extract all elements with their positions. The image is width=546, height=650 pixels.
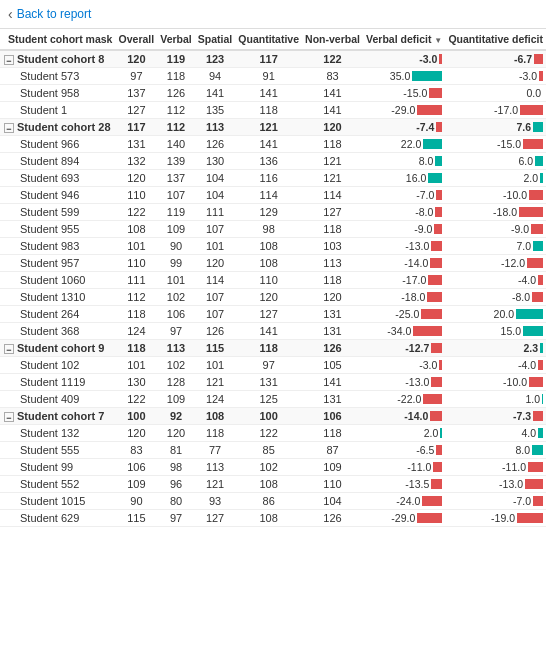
cell-verbal: 120 — [157, 425, 195, 442]
cell-quantitative-deficit: -4.0 — [445, 357, 546, 374]
cell-nonverbal: 105 — [302, 357, 363, 374]
cell-verbal-deficit: -13.0 — [363, 238, 445, 255]
cell-spatial: 126 — [195, 323, 235, 340]
cell-verbal-deficit: -22.0 — [363, 391, 445, 408]
col-header-vd: Verbal deficit ▼ — [363, 29, 445, 50]
cell-spatial: 130 — [195, 153, 235, 170]
cell-verbal: 97 — [157, 323, 195, 340]
col-header-overall: Overall — [116, 29, 158, 50]
cell-overall: 109 — [116, 476, 158, 493]
cell-overall: 137 — [116, 85, 158, 102]
cell-spatial: 120 — [195, 255, 235, 272]
student-row: Student 693120137104116121 16.0 2.0 — [0, 170, 546, 187]
cell-quantitative-deficit: -18.0 — [445, 204, 546, 221]
cell-spatial: 93 — [195, 493, 235, 510]
student-row: Student 98310190101108103 -13.0 7.0 — [0, 238, 546, 255]
cell-overall: 115 — [116, 510, 158, 527]
back-button[interactable]: ‹ Back to report — [8, 6, 91, 22]
cell-name: Student 599 — [0, 204, 116, 221]
cell-nonverbal: 127 — [302, 204, 363, 221]
cell-name: Student 958 — [0, 85, 116, 102]
cell-quantitative: 110 — [235, 272, 302, 289]
cell-overall: 124 — [116, 323, 158, 340]
col-header-qd: Quantitative deficit — [445, 29, 546, 50]
cell-quantitative: 91 — [235, 68, 302, 85]
cell-overall: 111 — [116, 272, 158, 289]
cell-verbal-deficit: 22.0 — [363, 136, 445, 153]
cell-verbal-deficit: -3.0 — [363, 357, 445, 374]
cell-quantitative: 116 — [235, 170, 302, 187]
student-row: Student 958137126141141141 -15.0 0.0 — [0, 85, 546, 102]
cell-spatial: 108 — [195, 408, 235, 425]
cell-nonverbal: 109 — [302, 459, 363, 476]
student-row: Student 1060111101114110118 -17.0 -4.0 — [0, 272, 546, 289]
cell-quantitative: 120 — [235, 289, 302, 306]
cell-name: Student 552 — [0, 476, 116, 493]
cell-quantitative-deficit: 7.6 — [445, 119, 546, 136]
cell-verbal: 107 — [157, 187, 195, 204]
cell-quantitative-deficit: -17.0 — [445, 102, 546, 119]
cell-verbal-deficit: -25.0 — [363, 306, 445, 323]
cohort-expand-icon[interactable]: − — [4, 344, 14, 354]
cell-verbal-deficit: -9.0 — [363, 221, 445, 238]
cell-spatial: 107 — [195, 289, 235, 306]
cell-nonverbal: 126 — [302, 510, 363, 527]
cell-quantitative-deficit: -6.7 — [445, 50, 546, 68]
col-header-mask: Student cohort mask — [0, 29, 116, 50]
cell-nonverbal: 141 — [302, 374, 363, 391]
cell-nonverbal: 121 — [302, 170, 363, 187]
cell-quantitative: 121 — [235, 119, 302, 136]
cell-spatial: 77 — [195, 442, 235, 459]
cell-spatial: 113 — [195, 459, 235, 476]
cell-quantitative-deficit: -19.0 — [445, 510, 546, 527]
back-label: Back to report — [17, 7, 92, 21]
table-container: Student cohort mask Overall Verbal Spati… — [0, 29, 546, 527]
cell-verbal-deficit: -13.0 — [363, 374, 445, 391]
cell-nonverbal: 118 — [302, 221, 363, 238]
cell-verbal-deficit: -17.0 — [363, 272, 445, 289]
cell-quantitative-deficit: -11.0 — [445, 459, 546, 476]
student-row: Student 1310112102107120120 -18.0 -8.0 — [0, 289, 546, 306]
cell-verbal: 98 — [157, 459, 195, 476]
cell-verbal-deficit: -7.4 — [363, 119, 445, 136]
cell-verbal-deficit: -29.0 — [363, 510, 445, 527]
cell-overall: 122 — [116, 391, 158, 408]
cohort-expand-icon[interactable]: − — [4, 55, 14, 65]
cell-overall: 120 — [116, 170, 158, 187]
cell-verbal: 101 — [157, 272, 195, 289]
cell-quantitative: 108 — [235, 255, 302, 272]
col-header-spatial: Spatial — [195, 29, 235, 50]
student-row: Student 101590809386104 -24.0 -7.0 — [0, 493, 546, 510]
cell-verbal: 112 — [157, 102, 195, 119]
cohort-row: −Student cohort 710092108100106 -14.0 -7… — [0, 408, 546, 425]
cell-quantitative: 127 — [235, 306, 302, 323]
cell-verbal-deficit: 8.0 — [363, 153, 445, 170]
table-header-row: Student cohort mask Overall Verbal Spati… — [0, 29, 546, 50]
col-header-nonverbal: Non-verbal — [302, 29, 363, 50]
cell-nonverbal: 141 — [302, 102, 363, 119]
cell-verbal: 126 — [157, 85, 195, 102]
cell-nonverbal: 118 — [302, 272, 363, 289]
cell-verbal: 137 — [157, 170, 195, 187]
cohort-expand-icon[interactable]: − — [4, 412, 14, 422]
cell-quantitative: 85 — [235, 442, 302, 459]
cell-overall: 130 — [116, 374, 158, 391]
student-row: Student 946110107104114114 -7.0 -10.0 — [0, 187, 546, 204]
cell-verbal-deficit: -12.7 — [363, 340, 445, 357]
cell-overall: 112 — [116, 289, 158, 306]
cell-quantitative: 131 — [235, 374, 302, 391]
cell-spatial: 113 — [195, 119, 235, 136]
cell-quantitative: 98 — [235, 221, 302, 238]
cell-spatial: 115 — [195, 340, 235, 357]
back-arrow-icon: ‹ — [8, 6, 13, 22]
cell-nonverbal: 121 — [302, 153, 363, 170]
cell-overall: 122 — [116, 204, 158, 221]
cell-spatial: 101 — [195, 238, 235, 255]
cell-spatial: 101 — [195, 357, 235, 374]
cell-quantitative: 114 — [235, 187, 302, 204]
cell-name: Student 693 — [0, 170, 116, 187]
cohort-expand-icon[interactable]: − — [4, 123, 14, 133]
cell-verbal-deficit: 16.0 — [363, 170, 445, 187]
cell-nonverbal: 113 — [302, 255, 363, 272]
cell-quantitative: 100 — [235, 408, 302, 425]
